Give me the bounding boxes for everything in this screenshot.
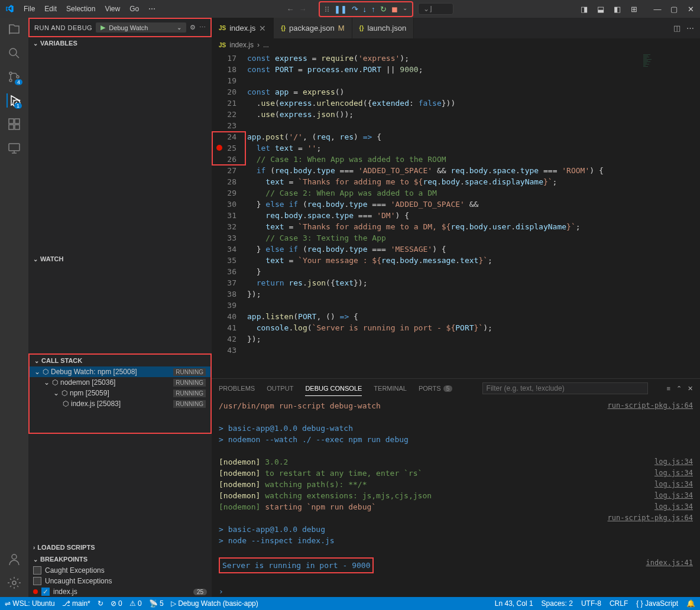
callstack-section-header[interactable]: ⌄CALL STACK: [30, 355, 210, 366]
nav-back-icon[interactable]: ←: [287, 5, 294, 14]
code-line[interactable]: });: [247, 288, 641, 300]
code-line[interactable]: // Case 3: Texting the App: [247, 232, 641, 244]
code-line[interactable]: if (req.body.type === 'ADDED_TO_SPACE' &…: [247, 165, 641, 176]
callstack-item[interactable]: ⌄ ⬡ npm [25059]RUNNING: [30, 388, 210, 398]
menu-more[interactable]: ⋯: [144, 5, 160, 13]
line-number[interactable]: 40: [212, 311, 247, 322]
code-editor[interactable]: 1718192021222324252627282930313233343536…: [212, 51, 700, 378]
code-line[interactable]: } else if (req.body.type === 'ADDED_TO_S…: [247, 199, 641, 210]
line-number[interactable]: 27: [212, 165, 247, 176]
errors-status[interactable]: ⊘ 0: [111, 599, 122, 608]
step-into-icon[interactable]: ↓: [363, 5, 367, 14]
language-status[interactable]: { } JavaScript: [636, 599, 678, 608]
callstack-item[interactable]: ⌄ ⬡ nodemon [25036]RUNNING: [30, 377, 210, 388]
close-tab-icon[interactable]: ✕: [259, 24, 266, 33]
checkbox-icon[interactable]: [33, 577, 41, 585]
tab-package-json[interactable]: {}package.jsonM: [274, 18, 352, 38]
code-line[interactable]: }: [247, 266, 641, 277]
stop-icon[interactable]: ◼: [391, 5, 398, 14]
encoding-status[interactable]: UTF-8: [581, 599, 601, 608]
tab-debug-console[interactable]: DEBUG CONSOLE: [305, 381, 362, 396]
restart-icon[interactable]: ↻: [380, 5, 387, 14]
line-number[interactable]: 20: [212, 86, 247, 98]
loaded-scripts-section-header[interactable]: ›LOADED SCRIPTS: [28, 541, 212, 553]
line-number[interactable]: 36: [212, 266, 247, 277]
line-number[interactable]: 32: [212, 221, 247, 232]
menu-edit[interactable]: Edit: [40, 5, 61, 13]
code-line[interactable]: .use(express.json());: [247, 109, 641, 120]
remote-status[interactable]: ⇌ WSL: Ubuntu: [5, 599, 55, 608]
code-line[interactable]: text = `Thanks for adding me to a DM, ${…: [247, 221, 641, 232]
line-number[interactable]: 33: [212, 232, 247, 244]
line-number[interactable]: 17: [212, 53, 247, 64]
code-line[interactable]: [247, 300, 641, 311]
eol-status[interactable]: CRLF: [610, 599, 628, 608]
git-sync-status[interactable]: ↻: [98, 599, 103, 608]
tab-ports[interactable]: PORTS5: [419, 381, 452, 395]
gear-icon[interactable]: ⚙: [190, 24, 196, 31]
line-number[interactable]: 39: [212, 300, 247, 311]
line-number[interactable]: 29: [212, 187, 247, 199]
more-icon[interactable]: ⋯: [199, 24, 206, 31]
source-control-icon[interactable]: 4: [7, 70, 21, 84]
tab-more-icon[interactable]: ⋯: [686, 24, 694, 33]
tab-index-js[interactable]: JSindex.js✕: [212, 18, 274, 38]
code-line[interactable]: [247, 345, 641, 356]
layout-custom-icon[interactable]: ⊞: [629, 4, 639, 14]
checkbox-icon[interactable]: [33, 566, 41, 575]
debug-status[interactable]: ▷ Debug Watch (basic-app): [171, 599, 258, 608]
clear-console-icon[interactable]: ≡: [667, 385, 670, 392]
variables-section-header[interactable]: ⌄VARIABLES: [28, 37, 212, 49]
code-line[interactable]: return res.json({text});: [247, 277, 641, 288]
line-number[interactable]: 31: [212, 210, 247, 221]
tab-terminal[interactable]: TERMINAL: [374, 381, 407, 395]
menu-file[interactable]: File: [19, 5, 40, 13]
extensions-icon[interactable]: [7, 117, 21, 131]
code-line[interactable]: text = `Thanks for adding me to ${req.bo…: [247, 176, 641, 187]
close-panel-icon[interactable]: ✕: [688, 385, 693, 392]
expand-panel-icon[interactable]: ⌃: [676, 385, 682, 392]
line-number[interactable]: 18: [212, 64, 247, 75]
line-number[interactable]: 34: [212, 244, 247, 255]
line-number[interactable]: 41: [212, 322, 247, 333]
code-line[interactable]: let text = '';: [247, 142, 641, 154]
layout-left-icon[interactable]: ◨: [579, 4, 589, 14]
code-line[interactable]: text = `Your message : ${req.body.messag…: [247, 255, 641, 266]
breakpoint-file[interactable]: ✓index.js25: [28, 586, 212, 597]
breakpoint-uncaught[interactable]: Uncaught Exceptions: [28, 576, 212, 586]
code-line[interactable]: .use(express.urlencoded({extended: false…: [247, 98, 641, 109]
code-line[interactable]: const express = require('express');: [247, 53, 641, 64]
line-number[interactable]: 19: [212, 75, 247, 86]
line-number[interactable]: 23: [212, 120, 247, 131]
accounts-icon[interactable]: [7, 552, 21, 566]
tab-launch-json[interactable]: {}launch.json: [352, 18, 414, 38]
debug-console[interactable]: /usr/bin/npm run-script debug-watchrun-s…: [212, 398, 700, 586]
line-number[interactable]: 38: [212, 288, 247, 300]
code-line[interactable]: });: [247, 333, 641, 345]
cursor-position-status[interactable]: Ln 43, Col 1: [495, 599, 533, 608]
code-line[interactable]: const app = express(): [247, 86, 641, 98]
drag-handle-icon[interactable]: ⁝⁝: [325, 5, 329, 14]
ports-status[interactable]: 📡 5: [149, 599, 164, 608]
settings-icon[interactable]: [7, 576, 21, 590]
line-number[interactable]: 21: [212, 98, 247, 109]
menu-view[interactable]: View: [100, 5, 125, 13]
console-input[interactable]: ›: [212, 586, 700, 597]
step-out-icon[interactable]: ↑: [371, 5, 375, 14]
code-line[interactable]: app.listen(PORT, () => {: [247, 311, 641, 322]
command-center[interactable]: ⌄⌋: [418, 3, 453, 15]
warnings-status[interactable]: ⚠ 0: [129, 599, 142, 608]
minimap[interactable]: ▬▬▬▬▬▬▬▬▬▬▬▬▬▬▬▬▬▬▬▬▬▬▬▬▬▬▬▬▬▬▬▬▬▬▬▬▬▬▬▬…: [641, 51, 700, 378]
debug-config-select[interactable]: ▶ Debug Watch ⌄: [96, 22, 186, 33]
menu-go[interactable]: Go: [125, 5, 144, 13]
code-line[interactable]: [247, 120, 641, 131]
tab-output[interactable]: OUTPUT: [267, 381, 293, 395]
layout-right-icon[interactable]: ◧: [612, 4, 622, 14]
run-debug-icon[interactable]: 1: [7, 93, 21, 108]
line-number[interactable]: 43: [212, 345, 247, 356]
step-over-icon[interactable]: ↷: [352, 5, 358, 14]
code-line[interactable]: // Case 2: When App was added to a DM: [247, 187, 641, 199]
nav-forward-icon[interactable]: →: [299, 5, 307, 14]
line-number[interactable]: 28: [212, 176, 247, 187]
line-number[interactable]: 35: [212, 255, 247, 266]
